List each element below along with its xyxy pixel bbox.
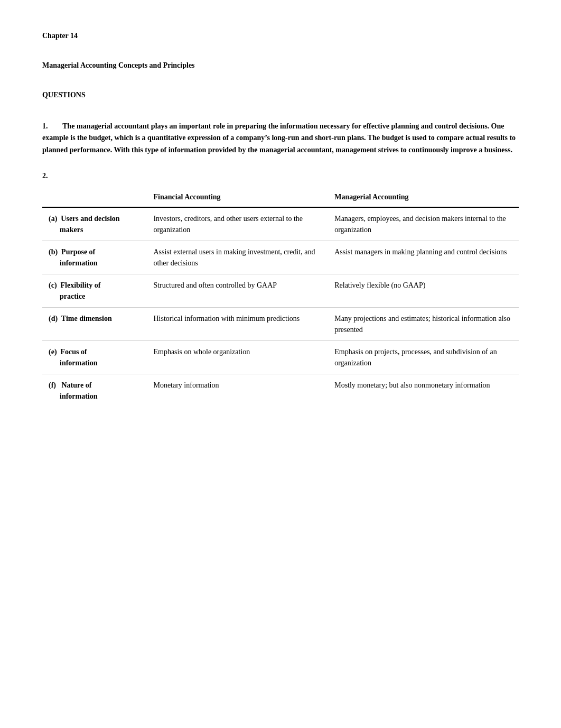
row-c-label: (c) Flexibility of practice — [42, 274, 147, 308]
document-title: Managerial Accounting Concepts and Princ… — [42, 61, 519, 70]
row-a-label: (a) Users and decision makers — [42, 207, 147, 241]
question-1-text: The managerial accountant plays an impor… — [42, 122, 516, 154]
row-e-managerial: Emphasis on projects, processes, and sub… — [328, 341, 519, 374]
row-d-managerial: Many projections and estimates; historic… — [328, 308, 519, 341]
row-b-label: (b) Purpose of information — [42, 241, 147, 274]
col-header-category — [42, 189, 147, 207]
row-d-financial: Historical information with minimum pred… — [147, 308, 328, 341]
col-header-managerial: Managerial Accounting — [328, 189, 519, 207]
row-f-financial: Monetary information — [147, 374, 328, 408]
row-e-label: (e) Focus of information — [42, 341, 147, 374]
row-f-label: (f) Nature of information — [42, 374, 147, 408]
chapter-title: Chapter 14 — [42, 32, 519, 40]
table-row: (a) Users and decision makers Investors,… — [42, 207, 519, 241]
table-row: (c) Flexibility of practice Structured a… — [42, 274, 519, 308]
row-c-managerial: Relatively flexible (no GAAP) — [328, 274, 519, 308]
row-d-label: (d) Time dimension — [42, 308, 147, 341]
col-header-financial: Financial Accounting — [147, 189, 328, 207]
row-c-financial: Structured and often controlled by GAAP — [147, 274, 328, 308]
row-a-financial: Investors, creditors, and other users ex… — [147, 207, 328, 241]
question-1-number: 1. — [42, 122, 48, 130]
row-a-managerial: Managers, employees, and decision makers… — [328, 207, 519, 241]
table-row: (e) Focus of information Emphasis on who… — [42, 341, 519, 374]
question-2: 2. Financial Accounting Managerial Accou… — [42, 172, 519, 407]
section-heading: QUESTIONS — [42, 91, 519, 99]
table-row: (b) Purpose of information Assist extern… — [42, 241, 519, 274]
row-f-managerial: Mostly monetary; but also nonmonetary in… — [328, 374, 519, 408]
row-e-financial: Emphasis on whole organization — [147, 341, 328, 374]
question-2-label: 2. — [42, 172, 519, 180]
row-b-managerial: Assist managers in making planning and c… — [328, 241, 519, 274]
question-1: 1. The managerial accountant plays an im… — [42, 121, 519, 156]
comparison-table: Financial Accounting Managerial Accounti… — [42, 189, 519, 407]
table-row: (f) Nature of information Monetary infor… — [42, 374, 519, 408]
row-b-financial: Assist external users in making investme… — [147, 241, 328, 274]
table-row: (d) Time dimension Historical informatio… — [42, 308, 519, 341]
